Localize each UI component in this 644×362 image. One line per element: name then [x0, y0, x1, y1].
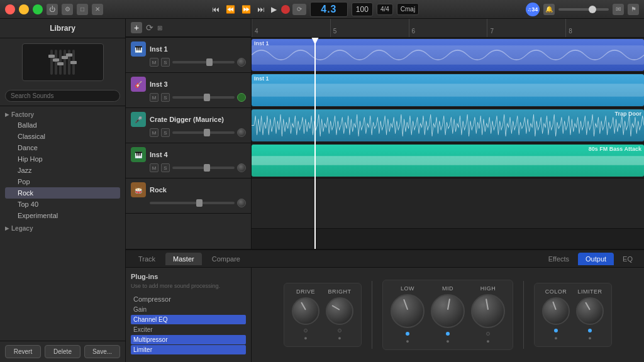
close-icon[interactable]: ✕ [92, 4, 103, 15]
bright-knob[interactable] [326, 297, 353, 325]
low-value: ● [406, 338, 409, 344]
play-button[interactable]: ▶ [269, 4, 279, 15]
color-dot [554, 329, 558, 332]
solo-btn-2[interactable]: S [161, 93, 170, 102]
track-name-row-4: 🎹 Inst 4 [131, 147, 246, 162]
save-button[interactable]: Save... [84, 345, 120, 358]
legacy-section-toggle[interactable]: ▶ Legacy [5, 224, 120, 233]
pan-5[interactable] [237, 199, 246, 207]
plugin-gain[interactable]: Gain [131, 305, 246, 314]
color-knob[interactable] [542, 297, 570, 325]
forward-button[interactable]: ⏩ [240, 4, 253, 15]
record-button[interactable] [281, 5, 290, 14]
sidebar-item-hiphop[interactable]: Hip Hop [5, 153, 120, 165]
tab-eq[interactable]: EQ [616, 253, 639, 265]
sidebar-item-ballad[interactable]: Ballad [5, 119, 120, 131]
low-label: LOW [401, 285, 414, 292]
track-clip-4[interactable]: 80s FM Bass Attack [252, 145, 644, 177]
minimize-button[interactable] [19, 4, 29, 14]
mid-value: ● [446, 338, 449, 344]
tab-compare[interactable]: Compare [204, 253, 248, 265]
tab-master[interactable]: Master [165, 253, 202, 265]
mute-btn-1[interactable]: M [150, 58, 158, 67]
key-sig-display[interactable]: Cmaj [397, 3, 419, 15]
fader-4[interactable] [172, 167, 235, 169]
legacy-label: Legacy [11, 225, 33, 232]
delete-button[interactable]: Delete [45, 345, 80, 358]
mid-knob-group: MID ● [431, 285, 465, 344]
timeline-header: + ⟳ ⊞ 4 5 6 7 8 [126, 19, 644, 38]
tab-output[interactable]: Output [578, 253, 614, 265]
sidebar-item-dance[interactable]: Dance [5, 142, 120, 153]
sidebar-item-rock[interactable]: Rock [5, 187, 120, 199]
color-value: ● [554, 335, 557, 341]
mail-icon[interactable]: ✉ [613, 4, 624, 15]
factory-section: ▶ Factory Ballad Classical Dance Hip Hop… [0, 109, 125, 222]
tab-effects[interactable]: Effects [542, 253, 575, 265]
avatar-button[interactable]: ♫34 [526, 3, 540, 16]
track-header-2: 🎸 Inst 3 M S [126, 73, 251, 108]
position-display[interactable]: 4.3 [310, 2, 348, 17]
pan-3[interactable] [237, 128, 246, 137]
plugin-exciter[interactable]: Exciter [131, 325, 246, 334]
factory-section-toggle[interactable]: ▶ Factory [5, 110, 120, 119]
output-btn-2[interactable] [237, 93, 246, 102]
sidebar-item-classical[interactable]: Classical [5, 131, 120, 142]
notification-icon[interactable]: 🔔 [543, 4, 555, 15]
close-button[interactable] [5, 4, 15, 14]
track-clip-1[interactable]: Inst 1 [252, 39, 644, 71]
limiter-knob[interactable] [576, 297, 604, 325]
mute-btn-4[interactable]: M [150, 163, 158, 172]
track-headers: 🎹 Inst 1 M S [126, 38, 252, 249]
fader-1[interactable] [172, 61, 235, 63]
solo-btn-4[interactable]: S [161, 163, 170, 172]
display-icon[interactable]: □ [77, 4, 88, 15]
plugin-limiter[interactable]: Limiter [131, 345, 246, 354]
loop-button[interactable]: ⟳ [292, 4, 306, 15]
tracks-container: 🎹 Inst 1 M S [126, 38, 644, 249]
flag-icon[interactable]: ⚑ [628, 4, 639, 15]
settings-icon[interactable]: ⚙ [62, 4, 73, 15]
track-controls-row-2: M S [131, 93, 246, 102]
back-button[interactable]: ⏪ [224, 4, 237, 15]
loop-region-icon[interactable]: ⟳ [146, 23, 153, 33]
low-knob[interactable] [391, 294, 425, 328]
drive-knob[interactable] [292, 297, 319, 325]
tab-track[interactable]: Track [131, 253, 163, 265]
search-input[interactable] [5, 90, 120, 102]
plugin-multipressor[interactable]: Multipressor [131, 335, 246, 344]
bottom-panel: Track Master Compare Effects Output EQ P… [126, 249, 644, 362]
sidebar-footer: Revert Delete Save... [0, 341, 125, 362]
snap-icon[interactable]: ⊞ [157, 25, 162, 31]
sidebar-item-experimental[interactable]: Experimental [5, 210, 120, 221]
factory-arrow: ▶ [5, 112, 9, 118]
high-knob[interactable] [471, 294, 505, 328]
plugin-channel-eq[interactable]: Channel EQ [131, 315, 246, 324]
revert-button[interactable]: Revert [5, 345, 41, 358]
maximize-button[interactable] [33, 4, 43, 14]
pan-4[interactable] [237, 163, 246, 172]
skip-button[interactable]: ⏭ [255, 4, 267, 15]
track-clip-3[interactable]: Trap Door [252, 109, 644, 141]
pan-1[interactable] [237, 58, 246, 67]
bpm-display[interactable]: 100 [352, 3, 373, 16]
sidebar-item-jazz[interactable]: Jazz [5, 165, 120, 176]
track-icon-3: 🎤 [131, 112, 146, 127]
track-clip-2[interactable]: Inst 1 [252, 74, 644, 106]
solo-btn-1[interactable]: S [161, 58, 170, 67]
time-sig-display[interactable]: 4/4 [377, 4, 393, 15]
mute-btn-2[interactable]: M [150, 93, 158, 102]
fader-3[interactable] [172, 131, 235, 134]
fader-2[interactable] [172, 96, 235, 99]
sidebar-item-pop[interactable]: Pop [5, 176, 120, 187]
timeline-ruler: 4 5 6 7 8 [252, 19, 644, 37]
volume-slider[interactable] [558, 8, 609, 11]
sidebar-item-top40[interactable]: Top 40 [5, 199, 120, 210]
add-track-button[interactable]: + [131, 22, 142, 33]
mid-knob[interactable] [431, 294, 465, 328]
power-icon[interactable]: ⏻ [47, 4, 58, 15]
solo-btn-3[interactable]: S [161, 128, 170, 137]
rewind-button[interactable]: ⏮ [210, 4, 221, 15]
mute-btn-3[interactable]: M [150, 128, 158, 137]
fader-5[interactable] [150, 202, 235, 204]
